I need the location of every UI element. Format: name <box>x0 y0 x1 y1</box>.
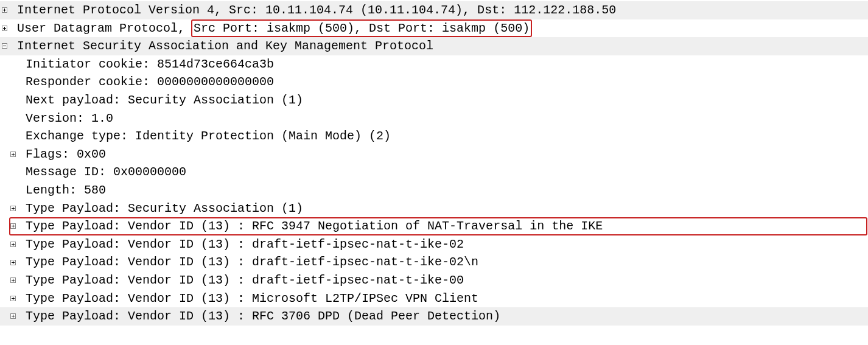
expand-icon[interactable] <box>9 152 17 157</box>
field-message-id[interactable]: Message ID: 0x00000000 <box>0 163 868 181</box>
expand-icon[interactable] <box>9 206 17 211</box>
row-text: Type Payload: Vendor ID (13) : RFC 3947 … <box>26 217 603 235</box>
payload-vendorid-ms-l2tp[interactable]: Type Payload: Vendor ID (13) : Microsoft… <box>0 290 868 308</box>
expand-icon[interactable] <box>0 7 9 13</box>
highlighted-ports: Src Port: isakmp (500), Dst Port: isakmp… <box>191 19 532 37</box>
row-text: Version: 1.0 <box>26 110 113 128</box>
row-text: Type Payload: Vendor ID (13) : Microsoft… <box>26 290 478 308</box>
row-text: Next payload: Security Association (1) <box>26 91 303 110</box>
payload-vendorid-dpd[interactable]: Type Payload: Vendor ID (13) : RFC 3706 … <box>0 307 868 326</box>
payload-vendorid-nat-traversal[interactable]: Type Payload: Vendor ID (13) : RFC 3947 … <box>0 217 868 235</box>
field-exchange-type[interactable]: Exchange type: Identity Protection (Main… <box>0 127 868 145</box>
row-text: Length: 580 <box>26 181 106 200</box>
row-text: Responder cookie: 0000000000000000 <box>26 73 274 91</box>
row-text: Initiator cookie: 8514d73ce664ca3b <box>26 55 274 74</box>
row-text: Type Payload: Security Association (1) <box>26 200 303 218</box>
expand-icon[interactable] <box>0 26 9 31</box>
row-text: Type Payload: Vendor ID (13) : draft-iet… <box>26 271 464 290</box>
proto-isakmp-row[interactable]: Internet Security Association and Key Ma… <box>0 37 868 55</box>
row-text: Type Payload: Vendor ID (13) : draft-iet… <box>26 253 478 271</box>
payload-vendorid-draft02n[interactable]: Type Payload: Vendor ID (13) : draft-iet… <box>0 253 868 271</box>
field-flags[interactable]: Flags: 0x00 <box>0 145 868 164</box>
payload-vendorid-draft02[interactable]: Type Payload: Vendor ID (13) : draft-iet… <box>0 235 868 254</box>
row-text: Type Payload: Vendor ID (13) : draft-iet… <box>26 235 464 254</box>
field-length[interactable]: Length: 580 <box>0 181 868 200</box>
expand-icon[interactable] <box>9 277 17 283</box>
expand-icon[interactable] <box>9 223 17 229</box>
proto-udp-row[interactable]: User Datagram Protocol, Src Port: isakmp… <box>0 19 868 38</box>
packet-details-tree: Internet Protocol Version 4, Src: 10.11.… <box>0 0 868 326</box>
row-text: Type Payload: Vendor ID (13) : RFC 3706 … <box>26 307 500 326</box>
field-initiator-cookie[interactable]: Initiator cookie: 8514d73ce664ca3b <box>0 55 868 74</box>
expand-icon[interactable] <box>9 296 17 301</box>
row-text: Message ID: 0x00000000 <box>26 163 186 181</box>
payload-vendorid-draft00[interactable]: Type Payload: Vendor ID (13) : draft-iet… <box>0 271 868 290</box>
row-text: Flags: 0x00 <box>26 145 106 164</box>
payload-sa[interactable]: Type Payload: Security Association (1) <box>0 200 868 218</box>
field-responder-cookie[interactable]: Responder cookie: 0000000000000000 <box>0 73 868 91</box>
row-text: Exchange type: Identity Protection (Main… <box>26 127 391 145</box>
row-text: Internet Security Association and Key Ma… <box>17 37 433 55</box>
field-next-payload[interactable]: Next payload: Security Association (1) <box>0 91 868 110</box>
field-version[interactable]: Version: 1.0 <box>0 110 868 128</box>
expand-icon[interactable] <box>9 313 17 319</box>
row-text-prefix: User Datagram Protocol, <box>17 19 192 38</box>
expand-icon[interactable] <box>9 242 17 247</box>
row-text: Internet Protocol Version 4, Src: 10.11.… <box>17 1 616 19</box>
proto-ipv4-row[interactable]: Internet Protocol Version 4, Src: 10.11.… <box>0 1 868 19</box>
expand-icon[interactable] <box>9 260 17 265</box>
collapse-icon[interactable] <box>0 43 9 49</box>
